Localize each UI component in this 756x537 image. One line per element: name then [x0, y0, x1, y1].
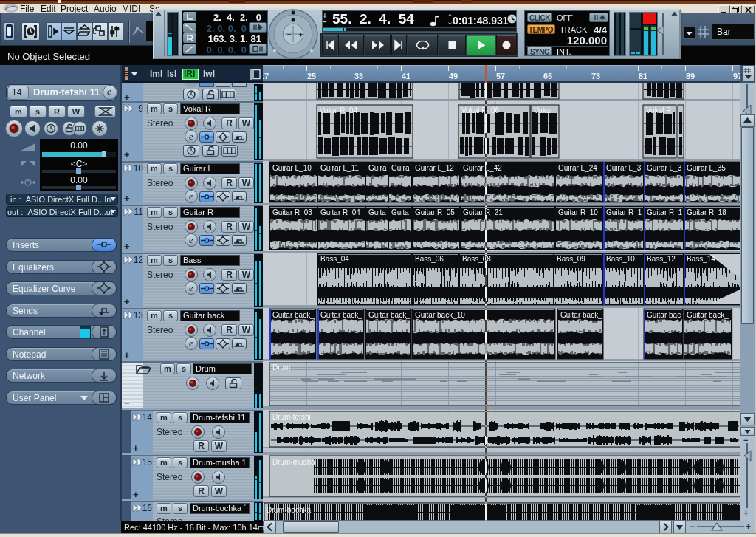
- svg-text:Vokal R: Vokal R: [646, 106, 671, 114]
- svg-text:Bass_14: Bass_14: [687, 255, 715, 263]
- svg-text:17: 17: [263, 72, 269, 81]
- svg-text:Vokal: Vokal: [534, 106, 551, 114]
- svg-text:Bass_12: Bass_12: [647, 255, 676, 263]
- svg-text:Bass_10: Bass_10: [606, 255, 635, 263]
- svg-text:Guirar L_10: Guirar L_10: [272, 164, 312, 172]
- svg-text:Guitar back_: Guitar back_: [368, 311, 410, 319]
- svg-text:Bass_09: Bass_09: [557, 255, 585, 263]
- svg-text:97: 97: [733, 72, 740, 81]
- svg-text:Guitar R_18: Guitar R_18: [687, 208, 726, 216]
- svg-text:Drum: Drum: [272, 363, 290, 372]
- svg-text:Guitar back_: Guitar back_: [320, 311, 362, 319]
- svg-text:Guirar L_24: Guirar L_24: [558, 164, 597, 172]
- svg-text:Bass_08: Bass_08: [462, 255, 491, 263]
- svg-text:81: 81: [639, 72, 647, 81]
- svg-text:Guitar back_10: Guitar back_10: [415, 311, 465, 319]
- svg-text:49: 49: [449, 72, 458, 81]
- svg-text:Guitar R_04: Guitar R_04: [320, 208, 360, 216]
- svg-text:Guirar L_12: Guirar L_12: [415, 164, 454, 172]
- svg-text:Guitar R_03: Guitar R_03: [272, 208, 312, 216]
- svg-text:Drum-musha: Drum-musha: [272, 458, 315, 466]
- svg-text:33: 33: [354, 72, 363, 81]
- svg-text:Guira: Guira: [368, 164, 387, 172]
- svg-text:Guitar R_1: Guitar R_1: [606, 208, 642, 216]
- svg-text:Guitar R_05: Guitar R_05: [415, 208, 455, 216]
- svg-text:Guitar R_21: Guitar R_21: [463, 208, 503, 216]
- svg-text:Guirar L_11: Guirar L_11: [320, 164, 360, 172]
- svg-text:Guira: Guira: [391, 164, 410, 172]
- svg-text:Guirar L_42: Guirar L_42: [463, 164, 502, 172]
- svg-text:25: 25: [307, 72, 316, 81]
- svg-text:Guirar L_3: Guirar L_3: [606, 164, 642, 172]
- svg-text:Guirar L_3: Guirar L_3: [647, 164, 682, 172]
- svg-text:Guita: Guita: [391, 208, 409, 216]
- svg-text:Vokal R_06: Vokal R_06: [461, 106, 500, 114]
- svg-text:Guitar back_: Guitar back_: [272, 311, 315, 319]
- svg-text:Guitar bac: Guitar bac: [647, 311, 681, 319]
- svg-text:Vokal R_04: Vokal R_04: [320, 106, 358, 114]
- svg-text:Guirar L_35: Guirar L_35: [687, 164, 726, 172]
- svg-text:Guitar R_10: Guitar R_10: [558, 208, 598, 216]
- svg-text:Guitar R_1: Guitar R_1: [647, 208, 683, 216]
- svg-text:Drum-bochka: Drum-bochka: [267, 506, 311, 514]
- svg-text:Guitar back_: Guitar back_: [560, 311, 602, 319]
- svg-text:Bass_04: Bass_04: [320, 255, 349, 263]
- svg-text:Guitar back_: Guitar back_: [687, 311, 729, 319]
- svg-text:Bass_06: Bass_06: [415, 255, 444, 263]
- svg-text:57: 57: [496, 72, 505, 81]
- svg-text:41: 41: [402, 72, 410, 81]
- svg-text:73: 73: [591, 72, 600, 81]
- svg-text:89: 89: [686, 72, 695, 81]
- svg-text:65: 65: [543, 72, 552, 81]
- svg-text:Guita: Guita: [368, 208, 386, 216]
- svg-text:Drum-tefshi: Drum-tefshi: [272, 413, 311, 421]
